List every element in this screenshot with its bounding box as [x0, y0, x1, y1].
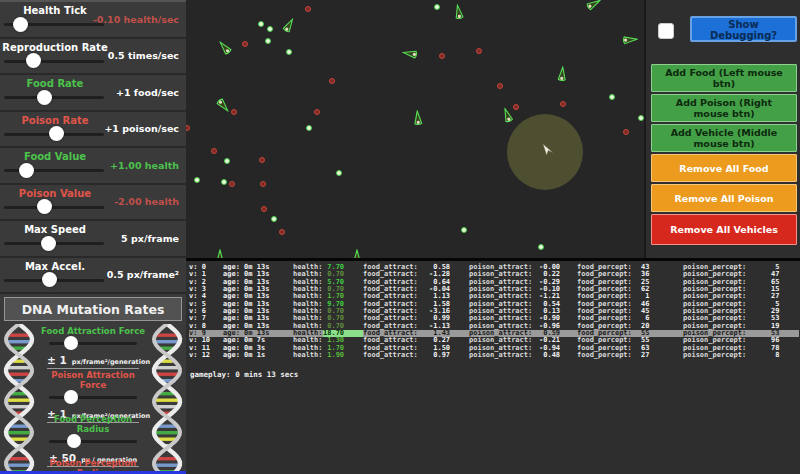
stat-cell: 0.97 [429, 352, 469, 359]
stat-cell: 8 [771, 352, 800, 359]
vehicle [580, 0, 604, 16]
slider-value: -2.00 health [114, 185, 179, 220]
slider-panel-0: Health Tick-0.10 health/sec [0, 2, 186, 39]
stat-cell: food_attract: [363, 352, 429, 359]
vehicle [617, 32, 638, 48]
slider-thumb[interactable] [42, 272, 57, 287]
food-dot [638, 115, 644, 121]
vehicle [401, 45, 423, 62]
poison-dot [279, 229, 285, 235]
poison-dot [261, 206, 267, 212]
dna-rung [157, 457, 178, 460]
mutation-amount: ± 1 px/frame²/generation [47, 349, 139, 369]
slider-thumb[interactable] [37, 90, 52, 105]
health-value: 1.90 [323, 352, 363, 359]
dna-rung [156, 334, 177, 337]
dna-rung [6, 431, 32, 434]
slider-thumb[interactable] [26, 53, 41, 68]
action-button-add-vehicle-middle-mouse-btn-[interactable]: Add Vehicle (Middle mouse btn) [651, 124, 797, 152]
food-dot [265, 38, 271, 44]
poison-dot [314, 109, 320, 115]
action-button-remove-all-vehicles[interactable]: Remove All Vehicles [651, 214, 797, 245]
poison-dot [476, 48, 482, 54]
slider-label: Max Speed [0, 224, 110, 235]
show-debugging-button[interactable]: Show Debugging? [690, 16, 797, 42]
mutation-slider-thumb[interactable] [67, 434, 81, 448]
slider-panel-7: Max Accel.0.5 px/frame² [0, 258, 186, 295]
stat-cell: v: 12 [189, 352, 223, 359]
vehicle [214, 37, 238, 61]
stat-cell: 0.48 [539, 352, 577, 359]
mutation-label: Food Perception Radius [38, 412, 148, 434]
slider-thumb[interactable] [19, 163, 34, 178]
simulation-canvas[interactable] [186, 0, 646, 258]
gameplay-timer: gameplay: 0 mins 13 secs [190, 370, 298, 379]
vehicle [450, 3, 467, 25]
slider-thumb[interactable] [13, 17, 28, 32]
slider-panel-3: Poison Rate+1 poison/sec [0, 112, 186, 149]
stat-cell: poison_percept: [683, 352, 771, 359]
dna-rung [10, 425, 28, 428]
action-button-add-poison-right-mouse-btn-[interactable]: Add Poison (Right mouse btn) [651, 94, 797, 122]
slider-track[interactable] [4, 206, 104, 209]
food-dot [306, 125, 312, 131]
dna-rung [7, 366, 30, 369]
slider-label: Food Rate [0, 78, 110, 89]
mutation-slider-track[interactable] [49, 342, 137, 345]
poison-dot [560, 101, 566, 107]
food-dot [267, 26, 273, 32]
slider-value: +1.00 health [110, 148, 179, 183]
poison-dot [260, 181, 266, 187]
slider-panel-6: Max Speed5 px/frame [0, 221, 186, 258]
mouse-cursor-icon [542, 144, 554, 157]
slider-track[interactable] [4, 133, 104, 136]
food-dot [538, 244, 544, 250]
mutation-slider-0: Food Attraction Force± 1 px/frame²/gener… [38, 324, 148, 368]
dna-rung [158, 425, 176, 428]
slider-track[interactable] [4, 23, 104, 26]
food-dot [194, 177, 200, 183]
poison-dot [305, 6, 311, 12]
mutation-slider-thumb[interactable] [64, 390, 78, 404]
slider-thumb[interactable] [41, 236, 56, 251]
dna-mutation-rates-button[interactable]: DNA Mutation Rates [4, 297, 182, 321]
slider-value: +1 food/sec [116, 75, 179, 110]
slider-track[interactable] [4, 279, 104, 282]
poison-dot [329, 78, 335, 84]
canvas-bottom-divider [186, 258, 800, 261]
vehicle-stats-row[interactable]: v: 12age: 0m 1shealth: 1.90food_attract:… [189, 352, 799, 359]
slider-thumb[interactable] [37, 199, 52, 214]
slider-list: Health Tick-0.10 health/secReproduction … [0, 2, 186, 294]
dna-helix-graphic-right [148, 324, 186, 474]
dna-rung [8, 334, 29, 337]
show-debugging-checkbox[interactable] [658, 23, 674, 39]
slider-track[interactable] [4, 169, 104, 172]
mutation-slider-track[interactable] [49, 396, 137, 399]
food-dot [224, 158, 230, 164]
slider-track[interactable] [4, 96, 104, 99]
dna-mutation-section: Food Attraction Force± 1 px/frame²/gener… [0, 324, 186, 474]
slider-panel-2: Food Rate+1 food/sec [0, 75, 186, 112]
poison-dot [242, 41, 248, 47]
dna-rung [7, 399, 32, 402]
slider-panel-5: Poison Value-2.00 health [0, 185, 186, 222]
vehicle [350, 249, 364, 258]
food-dot [286, 49, 292, 55]
mutation-slider-thumb[interactable] [64, 336, 78, 350]
vehicle-stats-table: v: 0age: 0m 13shealth: 7.70food_attract:… [189, 264, 799, 359]
action-button-remove-all-poison[interactable]: Remove All Poison [651, 184, 797, 212]
dna-mutation-header-wrap: DNA Mutation Rates [0, 294, 186, 324]
mutation-slider-1: Poison Attraction Force± 1 px/frame²/gen… [38, 368, 148, 412]
vehicle [277, 15, 299, 39]
slider-track[interactable] [4, 60, 104, 63]
mutation-slider-2: Food Perception Radius± 50 px / generati… [38, 412, 148, 456]
slider-track[interactable] [4, 242, 104, 245]
slider-label: Poison Value [0, 188, 110, 199]
action-button-remove-all-food[interactable]: Remove All Food [651, 154, 797, 182]
mutation-slider-track[interactable] [49, 440, 137, 443]
slider-thumb[interactable] [49, 126, 64, 141]
food-dot [271, 216, 277, 222]
action-button-add-food-left-mouse-btn-[interactable]: Add Food (Left mouse btn) [651, 64, 797, 92]
food-dot [461, 227, 467, 233]
slider-panel-4: Food Value+1.00 health [0, 148, 186, 185]
